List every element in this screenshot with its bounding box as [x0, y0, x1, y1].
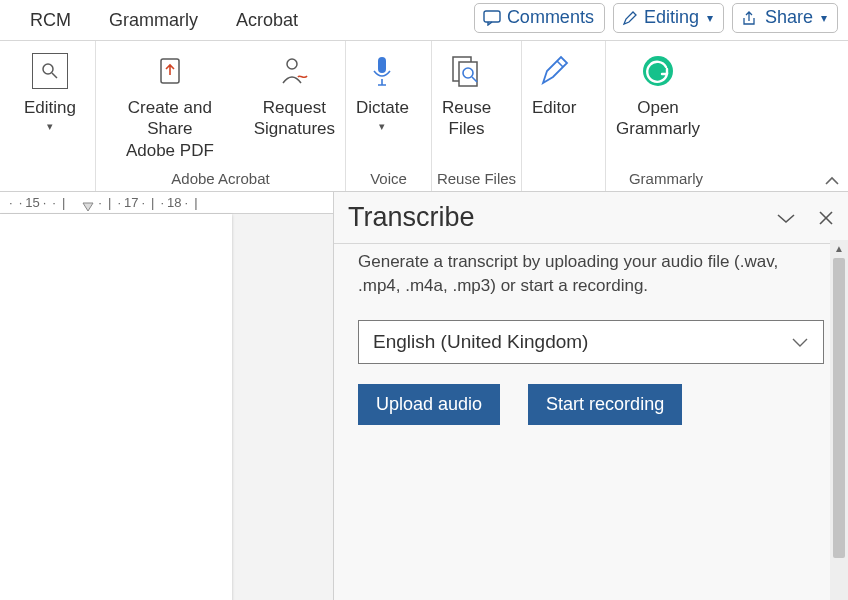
document-area: ·· 15 ··| ·|· 17 ·|· 18 ·| [0, 192, 333, 600]
pane-header: Transcribe [334, 192, 848, 243]
svg-line-10 [557, 61, 563, 67]
svg-rect-5 [378, 57, 386, 73]
ribbon-group-label: Reuse Files [432, 170, 521, 191]
tab-rcm[interactable]: RCM [30, 10, 71, 31]
ribbon-group-reuse: Reuse Files Reuse Files [432, 41, 522, 191]
share-icon [741, 10, 759, 26]
ruler-mark: 15 [25, 195, 39, 210]
chevron-down-icon: ▾ [821, 11, 827, 25]
collapse-ribbon-button[interactable] [824, 175, 840, 187]
lower-area: ·· 15 ··| ·|· 17 ·|· 18 ·| Transcribe Ge… [0, 192, 848, 600]
chevron-down-icon: ▾ [379, 120, 385, 133]
editing-mode-button[interactable]: Editing ▾ [613, 3, 724, 33]
tab-acrobat[interactable]: Acrobat [236, 10, 298, 31]
ribbon-group-acrobat: Create and Share Adobe PDF Request Signa… [96, 41, 346, 191]
ribbon-group-voice: Dictate ▾ Voice [346, 41, 432, 191]
svg-rect-0 [484, 11, 500, 22]
ribbon-group-label [0, 170, 95, 191]
create-share-pdf-button[interactable]: Create and Share Adobe PDF [96, 49, 244, 161]
svg-point-1 [43, 64, 53, 74]
ribbon-group-editing: Editing ▾ [0, 41, 96, 191]
comments-button[interactable]: Comments [474, 3, 605, 33]
start-recording-button[interactable]: Start recording [528, 384, 682, 425]
pane-scrollbar[interactable]: ▲ [830, 240, 848, 600]
tab-grammarly[interactable]: Grammarly [109, 10, 198, 31]
svg-rect-7 [459, 62, 477, 86]
ribbon-group-label: Voice [346, 170, 431, 191]
language-select[interactable]: English (United Kingdom) [358, 320, 824, 364]
language-select-value: English (United Kingdom) [373, 331, 588, 353]
ribbon-group-grammarly: Open Grammarly Grammarly [606, 41, 726, 191]
share-label: Share [765, 7, 813, 28]
open-grammarly-button[interactable]: Open Grammarly [606, 49, 710, 140]
ribbon: Editing ▾ Create and Share Adobe PDF Req… [0, 41, 848, 192]
microphone-icon [367, 49, 397, 93]
top-right-controls: Comments Editing ▾ Share ▾ [474, 3, 838, 33]
grammarly-icon [640, 49, 676, 93]
share-button[interactable]: Share ▾ [732, 3, 838, 33]
dictate-button[interactable]: Dictate ▾ [346, 49, 419, 133]
comments-label: Comments [507, 7, 594, 28]
chevron-down-icon [791, 336, 809, 348]
pdf-upload-icon [152, 49, 188, 93]
create-share-pdf-label: Create and Share Adobe PDF [106, 97, 234, 161]
signature-person-icon [276, 49, 312, 93]
reuse-files-button[interactable]: Reuse Files [432, 49, 501, 140]
comment-icon [483, 10, 501, 26]
ruler-mark: 18 [167, 195, 181, 210]
request-signatures-label: Request Signatures [254, 97, 335, 140]
editor-button[interactable]: Editor [522, 49, 586, 118]
indent-marker-icon[interactable] [82, 202, 94, 214]
ribbon-group-label: Adobe Acrobat [96, 170, 345, 191]
editing-mode-label: Editing [644, 7, 699, 28]
editor-pen-icon [537, 49, 571, 93]
editor-label: Editor [532, 97, 576, 118]
dictate-label: Dictate [356, 97, 409, 118]
svg-line-2 [52, 73, 57, 78]
scroll-thumb[interactable] [833, 258, 845, 558]
pane-body: Generate a transcript by uploading your … [334, 244, 848, 425]
collapse-pane-button[interactable] [776, 211, 796, 225]
reuse-files-label: Reuse Files [442, 97, 491, 140]
transcribe-description: Generate a transcript by uploading your … [358, 250, 824, 298]
document-page[interactable] [0, 214, 232, 600]
transcribe-pane: Transcribe Generate a transcript by uplo… [333, 192, 848, 600]
svg-point-4 [287, 59, 297, 69]
horizontal-ruler[interactable]: ·· 15 ··| ·|· 17 ·|· 18 ·| [0, 192, 333, 214]
chevron-up-icon [824, 175, 840, 187]
files-search-icon [447, 49, 487, 93]
scroll-up-button[interactable]: ▲ [830, 240, 848, 256]
chevron-down-icon: ▾ [47, 120, 53, 133]
ribbon-group-editor: Editor [522, 41, 606, 191]
pane-title: Transcribe [348, 202, 475, 233]
pencil-icon [622, 10, 638, 26]
ribbon-group-label: Grammarly [606, 170, 726, 191]
editing-button[interactable]: Editing ▾ [14, 49, 86, 133]
ribbon-group-label [522, 170, 605, 191]
ruler-mark: 17 [124, 195, 138, 210]
open-grammarly-label: Open Grammarly [616, 97, 700, 140]
request-signatures-button[interactable]: Request Signatures [244, 49, 345, 140]
close-pane-button[interactable] [818, 210, 834, 226]
magnifier-box-icon [32, 49, 68, 93]
editing-button-label: Editing [24, 97, 76, 118]
chevron-down-icon: ▾ [707, 11, 713, 25]
upload-audio-button[interactable]: Upload audio [358, 384, 500, 425]
